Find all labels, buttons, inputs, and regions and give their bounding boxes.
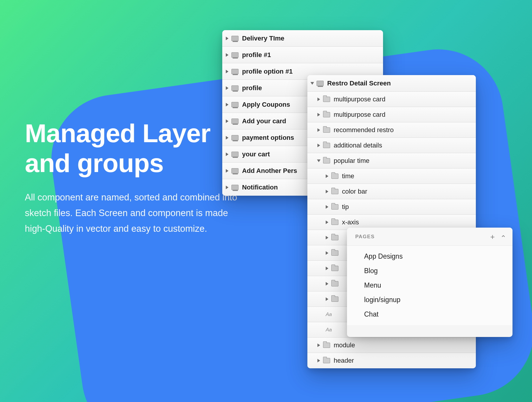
layer-row[interactable]: multipurpose card <box>307 107 476 122</box>
layer-row[interactable]: module <box>307 338 476 353</box>
layer-label: additional details <box>334 142 382 149</box>
title-line-1: Managed Layer <box>25 119 210 148</box>
layer-label: recommended restro <box>334 126 394 134</box>
page-item[interactable]: App Designs <box>347 249 512 264</box>
layer-row[interactable]: time <box>307 168 476 184</box>
folder-icon <box>323 143 330 148</box>
page-item[interactable]: Blog <box>347 264 512 278</box>
layer-label: multipurpose card <box>334 95 385 103</box>
page-item[interactable]: Menu <box>347 278 512 293</box>
chevron-right-icon <box>326 297 328 301</box>
layer-row[interactable]: additional details <box>307 138 476 153</box>
layer-label: Add Another Pers <box>242 167 297 175</box>
chevron-down-icon <box>317 159 321 162</box>
layer-label: Notification <box>242 184 278 191</box>
layer-label: x-axis <box>342 218 359 226</box>
layer-label: popular time <box>334 157 369 165</box>
folder-icon <box>331 235 338 240</box>
chevron-right-icon <box>317 113 320 116</box>
chevron-right-icon <box>226 136 228 140</box>
artboard-icon <box>231 52 239 58</box>
artboard-icon <box>231 119 239 124</box>
layer-row[interactable]: tip <box>307 199 476 215</box>
chevron-right-icon <box>226 186 228 189</box>
text-layer-icon: Aa <box>326 327 333 333</box>
chevron-right-icon <box>326 174 328 178</box>
artboard-icon <box>231 102 239 107</box>
layer-row[interactable]: Delivery TIme <box>222 30 383 47</box>
layer-row[interactable]: popular time <box>307 153 476 168</box>
title-line-2: and groups <box>25 148 163 178</box>
add-page-icon[interactable]: + <box>490 233 495 241</box>
chevron-right-icon <box>326 236 328 239</box>
chevron-right-icon <box>317 128 320 132</box>
layer-label: multipurpose card <box>334 111 385 119</box>
pages-list: App Designs Blog Menu login/signup Chat <box>347 246 512 325</box>
pages-title: PAGES <box>355 234 375 240</box>
folder-icon <box>323 112 330 117</box>
chevron-right-icon <box>326 282 328 286</box>
layer-label: profile option #1 <box>242 68 293 75</box>
chevron-right-icon <box>226 86 228 90</box>
chevron-right-icon <box>226 53 228 57</box>
collapse-icon[interactable] <box>501 234 506 240</box>
hero-text-block: Managed Layer and groups All component a… <box>25 118 238 236</box>
artboard-icon <box>231 69 239 74</box>
folder-icon <box>323 158 330 163</box>
layer-row[interactable]: color bar <box>307 184 476 199</box>
chevron-right-icon <box>317 343 320 347</box>
chevron-right-icon <box>226 169 228 173</box>
layer-label: your cart <box>242 150 270 158</box>
chevron-right-icon <box>326 190 328 193</box>
layer-label: profile #1 <box>242 51 271 59</box>
layer-label: Restro Detail Screen <box>327 80 391 87</box>
folder-icon <box>323 127 330 133</box>
artboard-icon <box>231 85 239 91</box>
page-title: Managed Layer and groups <box>25 118 238 178</box>
chevron-right-icon <box>226 103 228 106</box>
chevron-right-icon <box>326 221 328 224</box>
layer-label: header <box>334 357 354 364</box>
chevron-right-icon <box>226 70 228 73</box>
pages-actions: + <box>490 233 506 241</box>
folder-icon <box>331 266 338 271</box>
artboard-icon <box>231 152 239 157</box>
layer-row[interactable]: profile #1 <box>222 47 383 63</box>
chevron-down-icon <box>311 82 314 85</box>
chevron-right-icon <box>317 359 320 362</box>
folder-icon <box>331 204 338 210</box>
folder-icon <box>331 250 338 256</box>
chevron-right-icon <box>226 119 228 123</box>
chevron-right-icon <box>326 205 328 209</box>
layer-label: Delivery TIme <box>242 35 284 42</box>
artboard-icon <box>231 36 239 41</box>
artboard-icon <box>317 81 324 86</box>
folder-icon <box>331 174 338 179</box>
layer-label: time <box>342 172 354 180</box>
layer-label: profile <box>242 84 262 92</box>
layer-row[interactable]: multipurpose card <box>307 92 476 107</box>
layer-row[interactable]: recommended restro <box>307 122 476 138</box>
chevron-right-icon <box>317 144 320 147</box>
folder-icon <box>331 220 338 225</box>
layer-label: Add your card <box>242 117 286 125</box>
folder-icon <box>323 358 330 363</box>
layer-label: module <box>334 341 355 349</box>
layer-label: tip <box>342 203 349 211</box>
folder-icon <box>331 296 338 302</box>
layer-row[interactable]: Restro Detail Screen <box>307 75 476 92</box>
layer-label: payment options <box>242 134 294 142</box>
chevron-right-icon <box>326 267 328 270</box>
layer-row[interactable]: header <box>307 353 476 368</box>
text-layer-icon: Aa <box>326 312 333 317</box>
pages-panel: PAGES + App Designs Blog Menu login/sign… <box>347 228 512 337</box>
chevron-right-icon <box>226 37 228 40</box>
artboard-icon <box>231 135 239 140</box>
page-item[interactable]: Chat <box>347 307 512 322</box>
page-item[interactable]: login/signup <box>347 293 512 307</box>
layer-label: Apply Coupons <box>242 101 290 108</box>
folder-icon <box>323 97 330 102</box>
page-description: All component are named, sorted and comb… <box>25 190 238 236</box>
artboard-icon <box>231 185 239 190</box>
chevron-right-icon <box>226 153 228 156</box>
